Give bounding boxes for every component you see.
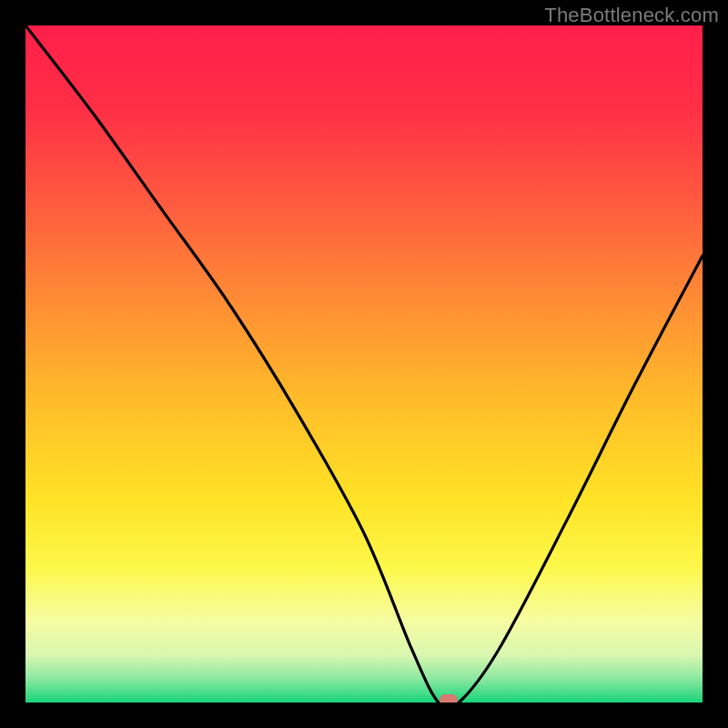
optimal-marker [440, 694, 458, 703]
bottleneck-curve [25, 25, 703, 703]
chart-frame: TheBottleneck.com [0, 0, 728, 728]
plot-area [25, 25, 703, 703]
watermark-text: TheBottleneck.com [544, 4, 719, 27]
